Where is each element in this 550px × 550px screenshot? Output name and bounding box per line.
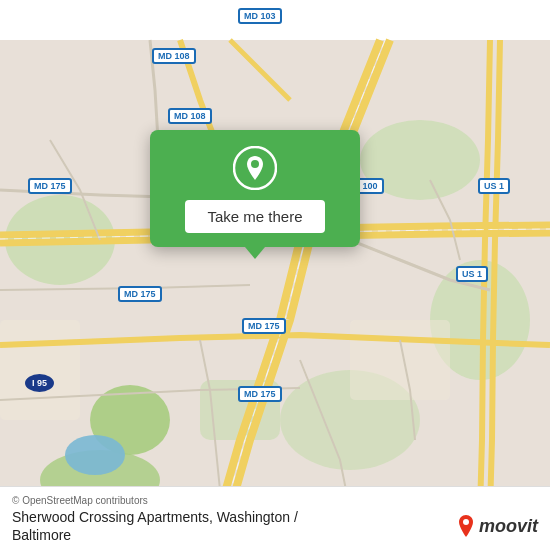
road-sign-us1-mid: US 1 (456, 266, 488, 282)
svg-point-12 (251, 160, 259, 168)
road-sign-md175-bottom: MD 175 (238, 386, 282, 402)
location-title-main: Sherwood Crossing Apartments, Washington… (12, 509, 298, 525)
road-sign-md103: MD 103 (238, 8, 282, 24)
location-pin-icon (233, 146, 277, 190)
take-me-there-button[interactable]: Take me there (185, 200, 324, 233)
location-title-sub: Baltimore (12, 527, 71, 543)
map-container: MD 103 MD 108 MD 108 MD 175 MD 100 US 1 … (0, 0, 550, 550)
svg-point-13 (463, 519, 469, 525)
svg-point-8 (65, 435, 125, 475)
copyright-text: © OpenStreetMap contributors (12, 495, 538, 506)
road-sign-md175-mid: MD 175 (118, 286, 162, 302)
moovit-pin-icon (457, 515, 475, 537)
moovit-brand-text: moovit (479, 516, 538, 537)
road-sign-us1-top: US 1 (478, 178, 510, 194)
svg-rect-9 (350, 320, 450, 400)
road-sign-i95-bottom: I 95 (25, 374, 54, 392)
bottom-bar: © OpenStreetMap contributors Sherwood Cr… (0, 486, 550, 550)
svg-rect-10 (0, 320, 80, 420)
road-sign-md108-mid: MD 108 (168, 108, 212, 124)
road-sign-md175-left: MD 175 (28, 178, 72, 194)
road-sign-md175-mid2: MD 175 (242, 318, 286, 334)
moovit-logo: moovit (457, 515, 538, 537)
location-title-row: Sherwood Crossing Apartments, Washington… (12, 508, 538, 544)
popup-card: Take me there (150, 130, 360, 247)
road-sign-md108-top: MD 108 (152, 48, 196, 64)
location-title: Sherwood Crossing Apartments, Washington… (12, 509, 298, 543)
